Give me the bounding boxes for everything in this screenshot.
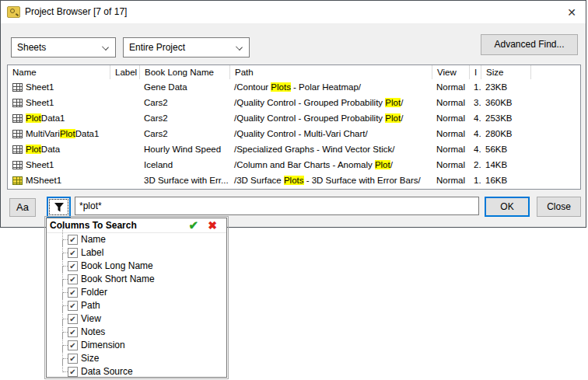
checkbox[interactable]: ✔ <box>68 261 78 271</box>
cell-label <box>110 141 139 157</box>
scope-value: Entire Project <box>129 42 185 53</box>
cell-label <box>110 79 139 95</box>
cell-view: Normal <box>432 141 469 157</box>
cell-name: MSheet1 <box>8 173 110 188</box>
checkbox-item[interactable]: ✔Path <box>47 299 226 312</box>
column-header-path[interactable]: Path <box>229 65 432 79</box>
checkbox[interactable]: ✔ <box>68 354 78 364</box>
cell-dimension: 4.. <box>469 110 481 126</box>
table-body: Sheet1Gene Data/Contour Plots - Polar He… <box>8 79 580 188</box>
worksheet-icon <box>12 130 23 138</box>
column-header-label[interactable]: Label <box>110 65 139 79</box>
cell-view: Normal <box>432 79 469 95</box>
cell-dimension: 4.. <box>469 126 481 141</box>
checkbox[interactable]: ✔ <box>68 327 78 337</box>
table-row[interactable]: Sheet1Gene Data/Contour Plots - Polar He… <box>8 79 580 95</box>
table-row[interactable]: Sheet1Cars2/Quality Control - Grouped Pr… <box>8 95 580 110</box>
checkbox-item[interactable]: ✔Data Source <box>47 365 226 378</box>
cell-book-long-name: Cars2 <box>139 126 229 141</box>
checkbox[interactable]: ✔ <box>68 314 78 324</box>
column-header-view[interactable]: View <box>432 65 469 79</box>
cell-name: PlotData <box>8 141 110 157</box>
cell-filler <box>530 95 580 110</box>
cell-view: Normal <box>432 126 469 141</box>
cell-book-long-name: Cars2 <box>139 110 229 126</box>
cell-dimension: 1.. <box>469 173 481 188</box>
column-header-name[interactable]: Name <box>8 65 110 79</box>
chevron-down-icon <box>102 44 109 51</box>
cell-filler <box>530 126 580 141</box>
cell-label <box>110 95 139 110</box>
cell-view: Normal <box>432 173 469 188</box>
case-sensitive-button[interactable]: Aa <box>9 198 36 217</box>
checkbox[interactable]: ✔ <box>68 248 78 258</box>
checkbox[interactable]: ✔ <box>68 301 78 311</box>
title-bar[interactable]: Project Browser [7 of 17] ✕ <box>1 1 586 23</box>
cell-filler <box>530 141 580 157</box>
project-browser-icon <box>7 6 20 18</box>
checkbox-item[interactable]: ✔Book Long Name <box>47 260 226 273</box>
cell-path: /Contour Plots - Polar Heatmap/ <box>229 79 432 95</box>
close-icon[interactable]: ✕ <box>559 2 584 23</box>
table-row[interactable]: PlotDataHourly Wind Speed/Specialized Gr… <box>8 141 580 157</box>
table-row[interactable]: MultiVariPlotData1Cars2/Quality Control … <box>8 126 580 141</box>
column-header-book-long-name[interactable]: Book Long Name <box>139 65 229 79</box>
checkbox-label: Name <box>81 233 106 246</box>
checkbox-label: Notes <box>81 326 105 339</box>
advanced-find-button[interactable]: Advanced Find... <box>481 34 578 55</box>
cell-name: PlotData1 <box>8 110 110 126</box>
cell-dimension: 4.. <box>469 141 481 157</box>
cell-size: 16KB <box>481 173 530 188</box>
search-input[interactable] <box>75 197 479 215</box>
cell-filler <box>530 110 580 126</box>
checkbox-label: Label <box>81 246 103 260</box>
filter-columns-button[interactable] <box>47 197 71 218</box>
cell-size: 280KB <box>481 126 530 141</box>
cell-book-long-name: Cars2 <box>139 95 229 110</box>
cell-view: Normal <box>432 110 469 126</box>
apply-check-icon[interactable]: ✔ <box>188 218 198 232</box>
checkbox[interactable]: ✔ <box>68 235 78 245</box>
checkbox[interactable]: ✔ <box>68 274 78 284</box>
cell-book-long-name: 3D Surface with Err... <box>139 173 229 188</box>
checkbox[interactable]: ✔ <box>68 288 78 298</box>
checkbox[interactable]: ✔ <box>68 340 78 350</box>
checkbox-item[interactable]: ✔Folder <box>47 286 226 299</box>
checkbox-item[interactable]: ✔Dimension <box>47 339 226 352</box>
scope-dropdown[interactable]: Entire Project <box>123 37 250 58</box>
cell-size: 360KB <box>481 95 530 110</box>
cell-book-long-name: Iceland <box>139 157 229 173</box>
cancel-x-icon[interactable]: ✖ <box>208 218 217 232</box>
checkbox-item[interactable]: ✔Name <box>47 233 226 246</box>
ok-button[interactable]: OK <box>485 197 530 217</box>
cell-path: /Quality Control - Grouped Probability P… <box>229 110 432 126</box>
cell-view: Normal <box>432 157 469 173</box>
close-button[interactable]: Close <box>537 197 581 217</box>
worksheet-icon <box>12 145 23 154</box>
table-row[interactable]: PlotData1Cars2/Quality Control - Grouped… <box>8 110 580 126</box>
checkbox-item[interactable]: ✔Notes <box>47 326 226 339</box>
checkbox-item[interactable]: ✔View <box>47 312 226 326</box>
checkbox-label: Folder <box>81 286 107 299</box>
checkbox[interactable]: ✔ <box>68 367 78 377</box>
cell-size: 253KB <box>481 110 530 126</box>
checkbox-item[interactable]: ✔Size <box>47 352 226 365</box>
checkbox-item[interactable]: ✔Label <box>47 246 226 260</box>
cell-label <box>110 126 139 141</box>
worksheet-icon <box>12 114 23 123</box>
cell-label <box>110 173 139 188</box>
checkbox-item[interactable]: ✔Book Short Name <box>47 273 226 286</box>
popup-title: Columns To Search <box>47 218 226 232</box>
cell-name: Sheet1 <box>8 79 110 95</box>
matrix-sheet-icon <box>12 176 23 185</box>
project-browser-dialog: Project Browser [7 of 17] ✕ Sheets Entir… <box>0 0 586 228</box>
object-type-dropdown[interactable]: Sheets <box>11 37 116 58</box>
column-header-filler <box>530 65 580 79</box>
cell-book-long-name: Gene Data <box>139 79 229 95</box>
results-table: Name Label Book Long Name Path View I Si… <box>7 64 581 190</box>
checkbox-label: Path <box>81 299 100 312</box>
column-header-dimension[interactable]: I <box>469 65 481 79</box>
table-row[interactable]: Sheet1Iceland/Column and Bar Charts - An… <box>8 157 580 173</box>
column-header-size[interactable]: Size <box>481 65 530 79</box>
table-row[interactable]: MSheet13D Surface with Err.../3D Surface… <box>8 173 580 188</box>
